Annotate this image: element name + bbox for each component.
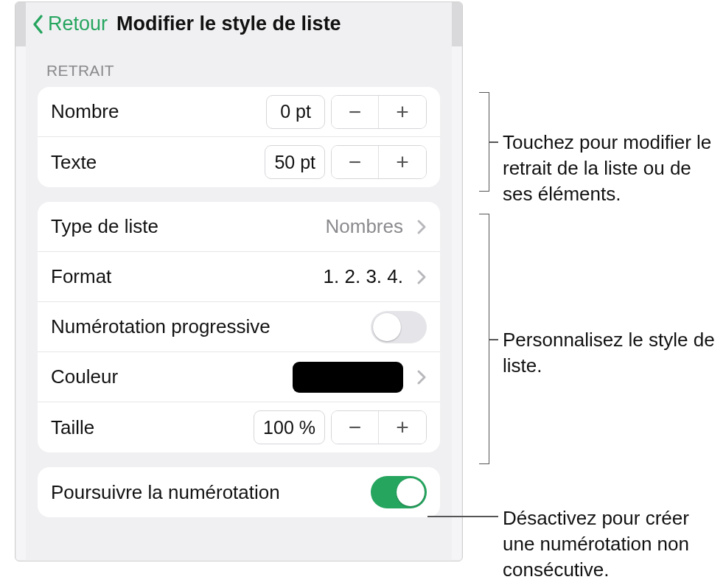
page-title: Modifier le style de liste bbox=[116, 13, 341, 35]
label-list-type: Type de liste bbox=[51, 215, 320, 238]
label-format: Format bbox=[51, 265, 318, 288]
value-list-type: Nombres bbox=[326, 215, 403, 238]
callout-style: Personnalisez le style de liste. bbox=[503, 327, 724, 379]
chevron-left-icon bbox=[30, 13, 46, 35]
indent-text-increment[interactable]: + bbox=[379, 146, 426, 178]
row-size: Taille 100 % − + bbox=[38, 402, 440, 452]
label-tiered: Numérotation progressive bbox=[51, 315, 365, 338]
chevron-right-icon bbox=[416, 369, 427, 385]
toggle-knob bbox=[373, 313, 401, 341]
row-indent-text: Texte 50 pt − + bbox=[38, 137, 440, 187]
plus-icon: + bbox=[396, 101, 409, 123]
minus-icon: − bbox=[349, 416, 362, 438]
indent-number-value[interactable]: 0 pt bbox=[266, 95, 325, 129]
size-stepper: − + bbox=[331, 410, 427, 444]
indent-number-stepper: − + bbox=[331, 95, 427, 129]
indent-text-text: 50 pt bbox=[274, 152, 315, 173]
back-label: Retour bbox=[48, 13, 108, 35]
color-swatch bbox=[293, 362, 403, 393]
back-button[interactable]: Retour bbox=[30, 13, 108, 35]
label-continue: Poursuivre la numérotation bbox=[51, 481, 365, 504]
label-color: Couleur bbox=[51, 365, 287, 388]
row-continue-numbering: Poursuivre la numérotation bbox=[38, 467, 440, 517]
callout-line bbox=[427, 516, 498, 517]
row-format[interactable]: Format 1. 2. 3. 4. bbox=[38, 252, 440, 302]
panel-header: Retour Modifier le style de liste bbox=[26, 2, 452, 49]
indent-number-increment[interactable]: + bbox=[379, 96, 426, 128]
row-color[interactable]: Couleur bbox=[38, 352, 440, 402]
label-indent-number: Nombre bbox=[51, 100, 260, 123]
indent-number-text: 0 pt bbox=[280, 101, 311, 122]
plus-icon: + bbox=[396, 151, 409, 173]
indent-text-decrement[interactable]: − bbox=[332, 146, 379, 178]
tiered-toggle[interactable] bbox=[371, 311, 427, 343]
size-increment[interactable]: + bbox=[379, 411, 426, 444]
row-list-type[interactable]: Type de liste Nombres bbox=[38, 202, 440, 252]
label-size: Taille bbox=[51, 416, 248, 439]
callout-line bbox=[489, 141, 498, 143]
indent-text-value[interactable]: 50 pt bbox=[265, 145, 325, 179]
minus-icon: − bbox=[349, 151, 362, 173]
label-indent-text: Texte bbox=[51, 151, 259, 174]
group-style: Type de liste Nombres Format 1. 2. 3. 4.… bbox=[38, 202, 440, 452]
callout-bracket bbox=[479, 214, 489, 464]
row-indent-number: Nombre 0 pt − + bbox=[38, 87, 440, 137]
callout-continue: Désactivez pour créer une numérotation n… bbox=[503, 505, 724, 583]
minus-icon: − bbox=[349, 101, 362, 123]
chevron-right-icon bbox=[416, 269, 427, 285]
group-indent: Nombre 0 pt − + Texte 50 pt − + bbox=[38, 87, 440, 187]
chevron-right-icon bbox=[416, 219, 427, 235]
section-header-indent: Retrait bbox=[26, 49, 452, 84]
callout-line bbox=[489, 339, 498, 340]
indent-number-decrement[interactable]: − bbox=[332, 96, 379, 128]
row-tiered-numbering: Numérotation progressive bbox=[38, 302, 440, 352]
value-format: 1. 2. 3. 4. bbox=[324, 265, 403, 288]
size-decrement[interactable]: − bbox=[332, 411, 379, 444]
plus-icon: + bbox=[396, 416, 409, 438]
continue-toggle[interactable] bbox=[371, 476, 427, 508]
indent-text-stepper: − + bbox=[331, 145, 427, 179]
size-value-text: 100 % bbox=[263, 417, 315, 438]
settings-panel: Retour Modifier le style de liste Retrai… bbox=[15, 1, 463, 561]
callout-bracket bbox=[479, 92, 489, 192]
size-value[interactable]: 100 % bbox=[254, 410, 325, 444]
panel-content: Retour Modifier le style de liste Retrai… bbox=[26, 2, 452, 561]
toggle-knob bbox=[397, 478, 425, 506]
group-continue: Poursuivre la numérotation bbox=[38, 467, 440, 517]
callout-indent: Touchez pour modifier le retrait de la l… bbox=[503, 130, 724, 207]
